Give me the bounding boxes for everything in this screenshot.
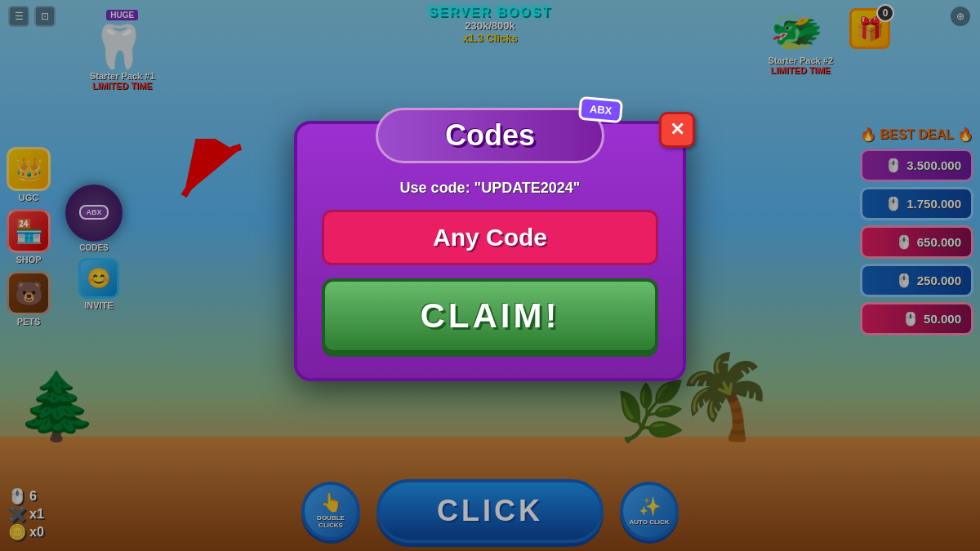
modal-instruction: Use code: "UPDATE2024" — [322, 180, 658, 197]
code-input-text: Any Code — [433, 224, 547, 251]
modal-overlay: Codes ABX ✕ Use code: "UPDATE2024" Any C… — [0, 0, 980, 551]
codes-modal: Codes ABX ✕ Use code: "UPDATE2024" Any C… — [294, 121, 686, 381]
modal-close-button[interactable]: ✕ — [659, 112, 695, 148]
close-icon: ✕ — [670, 119, 684, 140]
modal-abx-badge: ABX — [577, 96, 623, 124]
claim-button[interactable]: CLAIM! — [322, 278, 658, 353]
modal-title: Codes — [445, 118, 535, 152]
claim-button-label: CLAIM! — [421, 296, 560, 335]
code-input-area[interactable]: Any Code — [322, 210, 658, 265]
modal-title-bar: Codes ABX — [376, 108, 604, 163]
